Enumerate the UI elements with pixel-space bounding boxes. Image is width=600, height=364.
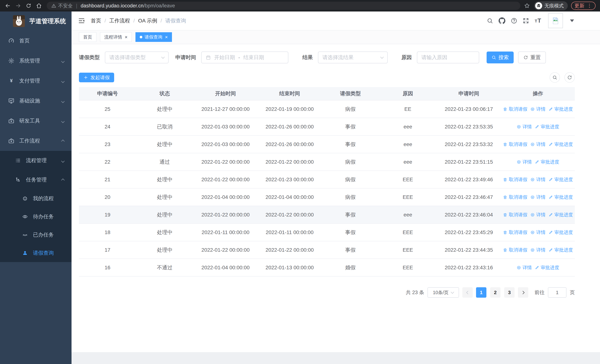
approval-progress-link[interactable]: 审批进度	[548, 177, 573, 183]
approval-progress-link[interactable]: 审批进度	[548, 229, 573, 235]
refresh-table-button[interactable]	[564, 72, 575, 83]
cancel-leave-link[interactable]: 取消请假	[503, 229, 527, 235]
detail-link[interactable]: 详情	[517, 124, 532, 130]
bookmark-star-icon[interactable]	[524, 2, 530, 9]
table-cell-id: 22	[79, 159, 136, 165]
sidebar-item[interactable]: 任务管理	[0, 170, 72, 189]
sidebar-collapse-icon[interactable]	[78, 17, 85, 24]
leave-type-select[interactable]: 请选择请假类型	[105, 52, 169, 63]
detail-link[interactable]: 详情	[530, 229, 545, 235]
sidebar-item[interactable]: ¥支付管理	[0, 71, 72, 91]
page-button-2[interactable]: 2	[490, 287, 500, 298]
detail-link[interactable]: 详情	[517, 264, 532, 271]
sidebar-item-label: 已办任务	[33, 231, 54, 238]
detail-link[interactable]: 详情	[530, 212, 545, 218]
detail-link[interactable]: 详情	[530, 141, 545, 147]
page-button-1[interactable]: 1	[476, 287, 487, 298]
action-link-label: 取消请假	[509, 247, 527, 253]
table-cell-start: 2022-01-22 00:00:00	[193, 177, 258, 183]
sidebar-item-label: 研发工具	[19, 117, 40, 124]
avatar[interactable]	[548, 13, 563, 28]
github-icon[interactable]	[498, 17, 506, 24]
tab-close-icon[interactable]: ×	[125, 35, 128, 39]
cancel-leave-link[interactable]: 取消请假	[503, 177, 527, 183]
font-size-icon[interactable]: TT	[534, 17, 542, 24]
sidebar-logo-row[interactable]: 芋道管理系统	[0, 11, 72, 31]
apply-time-range-picker[interactable]: 开始日期 - 结束日期	[201, 52, 288, 63]
reset-button[interactable]: 重置	[518, 52, 546, 63]
tab-close-icon[interactable]: ×	[165, 35, 168, 39]
approval-progress-link[interactable]: 审批进度	[548, 247, 573, 253]
table-cell-actions: 取消请假详情审批进度	[501, 212, 575, 218]
tab-active[interactable]: 请假查询×	[135, 32, 172, 42]
approval-progress-link[interactable]: 审批进度	[535, 264, 559, 271]
approval-progress-link[interactable]: 审批进度	[548, 106, 573, 112]
sidebar-item[interactable]: 工作流程	[0, 131, 72, 151]
table-cell-type: 事假	[322, 246, 379, 253]
cancel-leave-link[interactable]: 取消请假	[503, 106, 527, 112]
tab-item[interactable]: 流程详情×	[100, 32, 132, 42]
breadcrumb-item[interactable]: 工作流程	[109, 17, 130, 24]
sidebar-item[interactable]: 待办任务	[0, 208, 72, 226]
approval-progress-link[interactable]: 审批进度	[535, 124, 559, 130]
table-cell-reason: EEE	[379, 229, 437, 235]
toggle-search-button[interactable]	[550, 72, 560, 83]
sidebar-submenu: 流程管理任务管理我的流程待办任务已办任务请假查询	[0, 151, 72, 262]
approval-progress-link[interactable]: 审批进度	[548, 141, 573, 147]
approval-progress-link[interactable]: 审批进度	[535, 159, 559, 165]
detail-link[interactable]: 详情	[530, 177, 545, 183]
cancel-leave-link[interactable]: 取消请假	[503, 247, 527, 253]
action-link-label: 取消请假	[509, 212, 527, 218]
search-icon[interactable]	[487, 18, 493, 24]
sidebar-item[interactable]: 请假查询	[0, 244, 72, 262]
sidebar-item[interactable]: 基础设施	[0, 91, 72, 111]
tab-item[interactable]: 首页	[79, 32, 96, 42]
sidebar-item[interactable]: 已办任务	[0, 226, 72, 244]
browser-reload-icon[interactable]	[23, 0, 34, 11]
sidebar-item[interactable]: 研发工具	[0, 111, 72, 131]
create-leave-button[interactable]: 发起请假	[79, 73, 114, 82]
prev-page-button[interactable]	[462, 287, 473, 298]
url-bar[interactable]: 不安全 | dashboard.yudao.iocoder.cn/bpm/oa/…	[47, 2, 520, 10]
breadcrumb-item[interactable]: OA 示例	[138, 17, 157, 24]
detail-link[interactable]: 详情	[530, 194, 545, 200]
next-page-button[interactable]	[518, 287, 528, 298]
help-icon[interactable]	[511, 18, 517, 24]
approval-progress-link[interactable]: 审批进度	[548, 212, 573, 218]
approval-progress-link[interactable]: 审批进度	[548, 194, 573, 200]
detail-link[interactable]: 详情	[530, 247, 545, 253]
table-header-cell: 请假类型	[322, 90, 379, 97]
sidebar-item[interactable]: 系统管理	[0, 51, 72, 71]
browser-home-icon[interactable]	[34, 0, 44, 11]
sidebar-item[interactable]: 流程管理	[0, 151, 72, 170]
edit-icon	[548, 142, 553, 147]
edit-icon	[535, 125, 539, 129]
breadcrumb-item[interactable]: 首页	[91, 17, 101, 24]
browser-menu-dots-icon[interactable]	[587, 3, 592, 9]
detail-link[interactable]: 详情	[530, 106, 545, 112]
view-icon	[517, 125, 521, 129]
table-cell-end: 2022-01-26 00:00:00	[258, 141, 322, 147]
result-select[interactable]: 请选择流结果	[318, 52, 388, 63]
gauge-icon	[7, 38, 16, 44]
view-icon	[530, 177, 535, 182]
page-size-select[interactable]: 10条/页	[428, 287, 459, 298]
page-button-3[interactable]: 3	[504, 287, 515, 298]
avatar-caret-down-icon[interactable]	[570, 19, 574, 22]
sidebar-item-label: 基础设施	[19, 97, 40, 104]
sidebar-item[interactable]: 我的流程	[0, 189, 72, 208]
browser-back-icon[interactable]	[3, 0, 13, 11]
browser-forward-icon[interactable]	[13, 0, 23, 11]
cancel-leave-link[interactable]: 取消请假	[503, 141, 527, 147]
fullscreen-icon[interactable]	[523, 18, 529, 24]
detail-link[interactable]: 详情	[517, 159, 532, 165]
cancel-leave-link[interactable]: 取消请假	[503, 212, 527, 218]
sidebar-item[interactable]: 首页	[0, 31, 72, 51]
cancel-leave-link[interactable]: 取消请假	[503, 194, 527, 200]
reason-input[interactable]: 请输入原因	[417, 52, 479, 63]
monitor-icon	[7, 98, 16, 104]
search-button[interactable]: 搜索	[487, 52, 514, 63]
browser-update-button[interactable]: 更新	[571, 2, 596, 10]
goto-page-input[interactable]	[548, 287, 566, 298]
action-link-label: 取消请假	[509, 141, 527, 147]
